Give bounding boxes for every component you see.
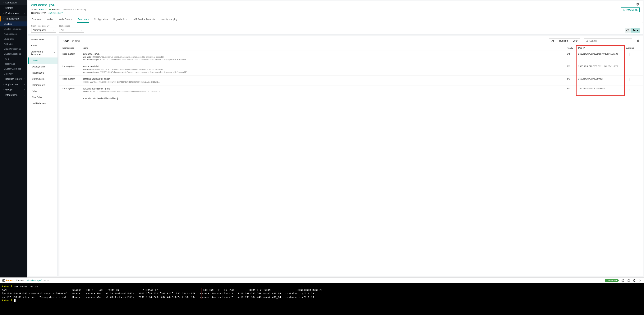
terminal-command: get nodes -owide xyxy=(14,285,38,288)
sidebar-item-gitops[interactable]: ▪GitOps› xyxy=(0,87,27,92)
tab-nodes[interactable]: Nodes xyxy=(46,16,54,22)
filter-pill-error[interactable]: Error xyxy=(570,38,580,43)
interval-button[interactable]: 1m ▾ xyxy=(631,28,640,32)
sidebar-item-cluster-locations[interactable]: Cluster Locations xyxy=(0,51,27,56)
row-actions-icon[interactable]: ⋮ xyxy=(626,88,632,91)
row-actions-icon[interactable]: ⋮ xyxy=(626,78,632,81)
sidebar-item-catalog[interactable]: ▪Catalog xyxy=(0,5,27,11)
show-by-select[interactable]: Namespaces xyxy=(31,28,56,32)
row-actions-icon[interactable]: ⋮ xyxy=(626,65,632,68)
svg-point-3 xyxy=(586,40,588,42)
box-icon: ▪ xyxy=(2,83,4,86)
sidebar-item-applications[interactable]: ▪Applications› xyxy=(0,82,27,87)
tab-identity-mapping[interactable]: Identity Mapping xyxy=(160,16,178,22)
tabs: OverviewNodesNode GroupsResourcesConfigu… xyxy=(31,16,640,22)
status-value: READY xyxy=(39,8,47,11)
table-row[interactable]: ebs-csi-controller-74848cfdf-78wnj⋮ xyxy=(60,95,643,103)
container-image: aws-node602401143452.dkr.ecr.us-west-2.a… xyxy=(82,68,567,71)
terminal-header-row: NAME STATUS ROLES AGE VERSION INTERNAL-I… xyxy=(2,288,327,292)
table-row[interactable]: kube-systemcoredns-6d9856947-dndgncoredn… xyxy=(60,76,643,86)
sidebar-item-cluster-overrides[interactable]: Cluster Overrides xyxy=(0,66,27,71)
sidebar-item-blueprints[interactable]: Blueprints xyxy=(0,36,27,42)
tab-resources[interactable]: Resources xyxy=(77,16,89,22)
main-content: eks-demo-ipv6 Status: READY Healthy Last… xyxy=(27,0,644,278)
sidebar-item-environments[interactable]: ▪Environments› xyxy=(0,11,27,16)
tab-upgrade-jobs[interactable]: Upgrade Jobs xyxy=(113,16,128,22)
terminal-cursor xyxy=(14,299,16,302)
dropdown-icon[interactable]: ▾ xyxy=(48,280,48,282)
col-namespace[interactable]: Namespace xyxy=(62,47,82,49)
search-input[interactable] xyxy=(590,40,630,42)
status-row: Status: READY Healthy Last check-in a mi… xyxy=(31,8,640,11)
row-actions-icon[interactable]: ⋮ xyxy=(626,97,632,100)
sync-status[interactable]: SUCCESS xyxy=(48,12,63,14)
col-name[interactable]: Name xyxy=(82,47,567,49)
pods-table: Namespace Name Ready Pod IP Actions kube… xyxy=(60,45,643,103)
resource-type-pods[interactable]: Pods xyxy=(28,58,58,64)
tab-node-groups[interactable]: Node Groups xyxy=(58,16,73,22)
table-row[interactable]: kube-systemaws-node-dh8qlaws-node6024011… xyxy=(60,63,643,76)
cell-name: aws-node-4gcx5aws-node602401143452.dkr.e… xyxy=(82,53,567,61)
cell-namespace: kube-system xyxy=(62,78,82,80)
terminal-cluster-tab[interactable]: eks-demo-ipv6 xyxy=(27,279,42,282)
svg-line-7 xyxy=(623,279,624,281)
terminal-settings-icon[interactable] xyxy=(633,279,636,282)
cluster-header: eks-demo-ipv6 Status: READY Healthy Last… xyxy=(28,1,643,23)
resource-type-replicasets[interactable]: ReplicaSets xyxy=(28,70,58,76)
layers-icon: ▪ xyxy=(2,12,4,14)
sidebar-item-cloud-credentials[interactable]: Cloud Credentials xyxy=(0,46,27,51)
close-icon[interactable] xyxy=(639,279,642,282)
cell-namespace: kube-system xyxy=(62,87,82,90)
sidebar-item-infrastructure[interactable]: ▪Infrastructure⌄ xyxy=(0,16,27,22)
row-actions-icon[interactable]: ⋮ xyxy=(626,53,632,56)
table-title: Pods xyxy=(62,39,70,42)
sidebar-item-gateway[interactable]: Gateway xyxy=(0,71,27,76)
container-image: coredns602401143452.dkr.ecr.us-west-2.am… xyxy=(82,90,567,93)
filter-pill-all[interactable]: All xyxy=(549,38,557,43)
sidebar: ▪Dashboard▪Catalog▪Environments›▪Infrast… xyxy=(0,0,27,278)
sidebar-item-cluster-templates[interactable]: Cluster Templates xyxy=(0,26,27,32)
sidebar-item-backup-restore[interactable]: ▪Backup/Restore› xyxy=(0,76,27,82)
resource-type-deployments[interactable]: Deployments xyxy=(28,64,58,70)
tab-configuration[interactable]: Configuration xyxy=(94,16,108,22)
sidebar-item-dashboard[interactable]: ▪Dashboard xyxy=(0,0,27,5)
resource-group-events[interactable]: Events xyxy=(28,42,58,49)
resource-type-statefulsets[interactable]: StatefulSets xyxy=(28,76,58,82)
cell-name: coredns-6d9856947-rgm4pcoredns6024011434… xyxy=(82,87,567,93)
col-ready[interactable]: Ready xyxy=(567,47,578,49)
svg-line-4 xyxy=(588,42,588,42)
gear-icon[interactable] xyxy=(636,2,640,6)
sidebar-item-clusters[interactable]: Clusters xyxy=(0,22,27,26)
terminal-refresh-icon[interactable] xyxy=(627,279,630,282)
tab-overview[interactable]: Overview xyxy=(31,16,42,22)
col-pod-ip[interactable]: Pod IP xyxy=(578,47,626,49)
resource-type-jobs[interactable]: Jobs xyxy=(28,88,58,94)
popout-icon[interactable] xyxy=(622,279,624,282)
resource-group-load-balancers[interactable]: Load Balancers⌄ xyxy=(28,100,58,106)
sync-label: Blueprint Sync : xyxy=(31,12,47,14)
filter-pill-running[interactable]: Running xyxy=(557,38,570,43)
table-row[interactable]: kube-systemcoredns-6d9856947-rgm4pcoredn… xyxy=(60,86,643,95)
tab-iam-service-accounts[interactable]: IAM Service Accounts xyxy=(132,16,156,22)
cell-pod-ip: 2600:1f14:720:f202:4db7:9d2a:fc58:f19c xyxy=(578,53,626,55)
add-cluster-button[interactable]: + xyxy=(44,279,46,282)
sidebar-item-integrations[interactable]: ▪Integrations› xyxy=(0,92,27,98)
table-row[interactable]: kube-systemaws-node-4gcx5aws-node6024011… xyxy=(60,51,643,63)
search-box[interactable] xyxy=(584,38,632,43)
health-dot-icon xyxy=(49,9,51,10)
resource-group-namespaces[interactable]: Namespaces xyxy=(28,36,58,42)
kubectl-button[interactable]: KUBECTL xyxy=(620,8,640,12)
kubectl-logo: kubectl xyxy=(2,279,14,282)
resource-type-daemonsets[interactable]: DaemonSets xyxy=(28,82,58,88)
terminal-output[interactable]: kubectl get nodes -owide NAME STATUS ROL… xyxy=(0,284,644,315)
sidebar-item-psps[interactable]: PSPs xyxy=(0,56,27,61)
chevron-right-icon: › xyxy=(24,89,25,91)
resource-type-cronjobs[interactable]: CronJobs xyxy=(28,94,58,100)
resource-group-deployment-resources[interactable]: Deployment Resources⌃ xyxy=(28,49,58,58)
refresh-button[interactable] xyxy=(625,28,630,32)
sidebar-item-fleet-plans[interactable]: Fleet Plans xyxy=(0,61,27,66)
table-settings-icon[interactable] xyxy=(636,39,640,42)
sidebar-item-add-ons[interactable]: Add-Ons xyxy=(0,42,27,46)
namespace-select[interactable]: All xyxy=(59,28,84,32)
sidebar-item-namespaces[interactable]: Namespaces xyxy=(0,32,27,36)
